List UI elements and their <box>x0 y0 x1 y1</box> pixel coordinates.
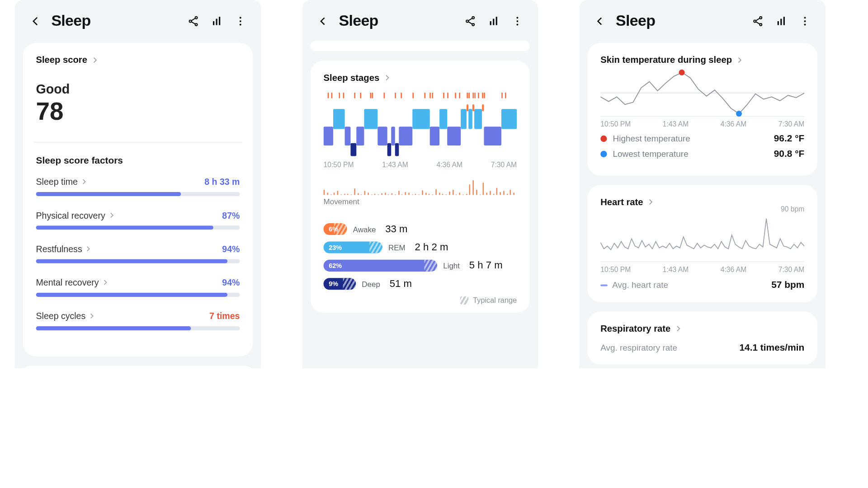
movement-bar <box>476 189 477 195</box>
svg-rect-21 <box>493 19 494 25</box>
factor-bar <box>36 293 240 297</box>
respiratory-rate-link[interactable]: Respiratory rate <box>600 324 804 334</box>
divider <box>600 262 804 262</box>
low-temp-label: Lowest temperature <box>613 149 689 159</box>
back-button[interactable] <box>592 13 608 28</box>
high-dot-icon <box>600 135 607 141</box>
svg-rect-45 <box>474 109 482 129</box>
axis-tick: 7:30 AM <box>778 120 804 128</box>
heart-rate-card: Heart rate 90 bpm 10:50 PM 1:43 AM 4:36 … <box>588 185 817 302</box>
movement-bar <box>378 194 379 195</box>
movement-bar <box>442 193 443 195</box>
high-temp-row: Highest temperature 96.2 °F <box>600 133 804 144</box>
axis-tick: 7:30 AM <box>778 266 804 274</box>
movement-bar <box>446 194 447 195</box>
stats-icon[interactable] <box>774 13 789 28</box>
stage-label: REM <box>388 243 406 252</box>
factor-bar <box>36 225 240 230</box>
movement-bar <box>425 192 427 195</box>
svg-rect-48 <box>501 109 517 129</box>
stage-row: 6%Awake33 m <box>324 223 517 235</box>
stage-label: Light <box>443 261 460 270</box>
svg-line-18 <box>468 18 472 20</box>
svg-point-17 <box>472 23 474 25</box>
page-title: Sleep <box>51 12 90 30</box>
awake-tick <box>432 93 433 99</box>
svg-line-57 <box>756 21 760 23</box>
svg-rect-22 <box>496 16 497 24</box>
movement-bar <box>462 194 464 195</box>
movement-bar <box>361 194 362 195</box>
svg-rect-44 <box>472 104 474 112</box>
stage-bar: 6% <box>324 223 347 235</box>
movement-bar <box>388 194 389 195</box>
axis-tick: 4:36 AM <box>437 161 462 169</box>
svg-point-62 <box>804 20 806 22</box>
legend-label: Typical range <box>473 296 517 305</box>
factor-name: Sleep time <box>36 177 88 187</box>
svg-point-2 <box>195 23 198 25</box>
svg-point-1 <box>189 20 192 22</box>
awake-tick <box>430 93 431 99</box>
back-button[interactable] <box>315 13 330 28</box>
score-value: 78 <box>36 99 240 124</box>
chevron-right-icon <box>383 74 391 82</box>
sleep-stages-link-label: Sleep stages <box>324 72 380 83</box>
factor-row[interactable]: Physical recovery87% <box>36 210 240 230</box>
share-icon[interactable] <box>186 13 201 28</box>
awake-tick <box>401 93 402 99</box>
factor-row[interactable]: Sleep cycles7 times <box>36 311 240 330</box>
awake-tick <box>372 93 373 99</box>
avg-hr-row: Avg. heart rate 57 bpm <box>600 280 804 290</box>
prev-card-peek <box>311 41 530 51</box>
share-icon[interactable] <box>750 13 765 28</box>
svg-rect-33 <box>387 143 392 156</box>
skin-temperature-link[interactable]: Skin temperature during sleep <box>600 55 804 65</box>
svg-rect-37 <box>412 109 429 129</box>
screen-sleep-vitals: Sleep Skin temperature during sleep 10:5… <box>579 0 826 368</box>
chevron-right-icon <box>646 198 655 206</box>
svg-point-10 <box>240 23 241 25</box>
movement-bar <box>364 191 366 195</box>
stage-duration: 33 m <box>385 223 407 235</box>
factor-row[interactable]: Mental recovery94% <box>36 277 240 297</box>
awake-tick <box>370 93 371 99</box>
respiratory-rate-card: Respiratory rate Avg. respiratory rate 1… <box>588 312 817 365</box>
awake-tick <box>447 93 448 99</box>
movement-bar <box>449 192 450 195</box>
svg-point-24 <box>516 20 518 22</box>
svg-rect-58 <box>778 21 779 25</box>
more-icon[interactable] <box>797 13 813 28</box>
movement-bar <box>415 194 416 195</box>
share-icon[interactable] <box>462 13 478 28</box>
stats-icon[interactable] <box>209 13 225 28</box>
awake-tick <box>331 93 333 99</box>
factor-row[interactable]: Sleep time8 h 33 m <box>36 177 240 196</box>
sleep-score-link[interactable]: Sleep score <box>36 55 240 65</box>
svg-rect-60 <box>783 16 785 24</box>
axis-tick: 10:50 PM <box>600 266 631 274</box>
stats-icon[interactable] <box>486 13 501 28</box>
movement-bar <box>435 189 437 195</box>
movement-bar <box>354 188 355 195</box>
stage-bar: 23% <box>324 241 382 253</box>
sleep-stages-link[interactable]: Sleep stages <box>324 72 517 83</box>
typical-range-legend: Typical range <box>324 296 517 305</box>
svg-rect-59 <box>780 19 782 25</box>
hypnogram-axis: 10:50 PM 1:43 AM 4:36 AM 7:30 AM <box>324 161 517 169</box>
more-icon[interactable] <box>509 13 525 28</box>
svg-point-23 <box>516 17 518 19</box>
chevron-right-icon <box>674 324 682 333</box>
movement-bar <box>408 192 410 195</box>
factor-row[interactable]: Restfulness94% <box>36 244 240 263</box>
back-button[interactable] <box>28 13 43 28</box>
svg-rect-46 <box>482 104 484 112</box>
low-temp-value: 90.8 °F <box>774 148 804 159</box>
more-icon[interactable] <box>233 13 248 28</box>
movement-bar <box>469 184 471 195</box>
awake-tick <box>424 93 425 99</box>
factor-value: 8 h 33 m <box>204 177 240 187</box>
awake-tick <box>395 93 396 99</box>
appbar: Sleep <box>302 0 538 38</box>
svg-rect-6 <box>216 19 217 25</box>
